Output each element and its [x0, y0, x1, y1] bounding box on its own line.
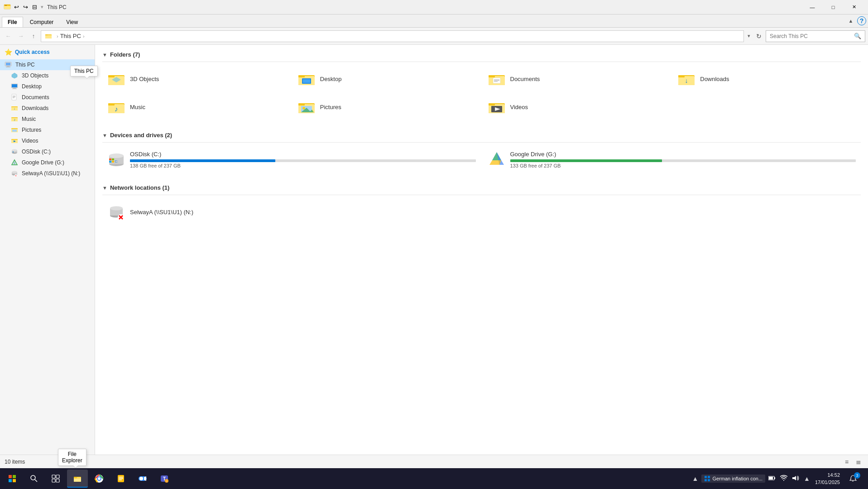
network-chevron[interactable]: ▼ — [102, 185, 107, 191]
sidebar-item-desktop-label: Desktop — [22, 83, 42, 90]
folder-icon-videos — [488, 98, 506, 116]
folders-chevron[interactable]: ▼ — [102, 52, 107, 58]
customize-icon[interactable]: ▾ — [41, 4, 43, 10]
window-controls: — □ ✕ — [802, 0, 864, 14]
clock-date: 17/01/2025 — [815, 479, 840, 486]
svg-rect-84 — [112, 158, 114, 160]
sidebar-item-3d-objects[interactable]: 3D Objects — [0, 70, 95, 81]
svg-text:↓: ↓ — [14, 107, 15, 110]
task-manager-icon — [704, 475, 710, 482]
tab-file[interactable]: File — [2, 17, 23, 27]
svg-rect-127 — [705, 479, 707, 481]
sidebar-item-desktop[interactable]: Desktop — [0, 81, 95, 92]
sidebar-quick-access-header[interactable]: ⭐ Quick access — [0, 47, 95, 58]
sidebar-item-pictures-label: Pictures — [22, 127, 41, 133]
search-input[interactable] — [770, 33, 854, 39]
file-explorer-taskbar-button[interactable] — [67, 470, 88, 488]
taskbar: File Explorer — [0, 468, 868, 489]
details-view-button[interactable]: ≡ — [842, 457, 852, 467]
maximize-button[interactable]: □ — [823, 0, 844, 14]
svg-rect-105 — [52, 479, 55, 482]
task-view-button[interactable] — [45, 470, 66, 488]
addr-end-chevron: › — [83, 34, 85, 39]
battery-icon[interactable] — [767, 475, 777, 482]
ribbon-expand-icon[interactable]: ▲ — [846, 16, 855, 25]
folder-item-documents[interactable]: Documents — [483, 66, 671, 92]
drives-chevron[interactable]: ▼ — [102, 133, 107, 138]
svg-rect-76 — [489, 103, 495, 105]
tab-computer[interactable]: Computer — [24, 17, 60, 27]
up-button[interactable]: ↑ — [28, 31, 39, 42]
task-manager-tray[interactable]: German inflation con... — [701, 475, 765, 483]
folder-item-downloads[interactable]: ↓ Downloads — [672, 66, 861, 92]
sidebar-item-google-drive[interactable]: G Google Drive (G:) — [0, 157, 95, 168]
svg-rect-34 — [13, 151, 14, 152]
svg-rect-99 — [9, 479, 12, 482]
help-button[interactable]: ? — [857, 16, 866, 25]
sidebar-item-videos[interactable]: Videos — [0, 135, 95, 146]
addr-dropdown-button[interactable]: ▾ — [746, 33, 752, 39]
folder-name-documents: Documents — [510, 76, 540, 82]
folder-item-videos[interactable]: Videos — [483, 94, 671, 120]
redo-icon[interactable]: ↪ — [22, 4, 29, 11]
svg-rect-62 — [678, 75, 685, 77]
sidebar-item-google-drive-label: Google Drive (G:) — [22, 159, 64, 166]
search-taskbar-button[interactable] — [24, 470, 44, 488]
svg-rect-14 — [12, 89, 17, 89]
status-view-controls: ≡ ≣ — [842, 457, 863, 467]
tab-view[interactable]: View — [60, 17, 84, 27]
folder-item-music[interactable]: ♪ Music — [102, 94, 291, 120]
drive-item-osdisk[interactable]: C: OSDisk (C:) 138 GB fre — [102, 146, 481, 173]
sidebar-item-documents[interactable]: Documents — [0, 92, 95, 103]
folder-icon-3d — [107, 70, 125, 88]
ribbon: File Computer View ▲ ? — [0, 14, 868, 28]
drive-item-google-drive[interactable]: Google Drive (G:) 133 GB free of 237 GB — [483, 146, 861, 173]
svg-rect-100 — [13, 479, 16, 482]
folder-item-desktop[interactable]: Desktop — [293, 66, 481, 92]
status-item-count: 10 items — [5, 459, 25, 465]
properties-icon[interactable]: ⊟ — [31, 4, 38, 11]
start-button[interactable] — [2, 470, 23, 488]
title-bar: ↩ ↪ ⊟ ▾ This PC — □ ✕ — [0, 0, 868, 14]
teams-taskbar-button[interactable]: T ! — [154, 470, 175, 488]
tray-overflow-button[interactable]: ▲ — [691, 475, 700, 482]
drive-free-google-drive: 133 GB free of 237 GB — [510, 163, 856, 168]
svg-rect-83 — [109, 158, 111, 160]
tray-arrow-icon[interactable]: ▲ — [802, 475, 811, 482]
taskbar-clock[interactable]: 14:52 17/01/2025 — [813, 471, 842, 486]
zoom-taskbar-button[interactable] — [132, 470, 153, 488]
star-icon: ⭐ — [5, 48, 12, 56]
wifi-icon[interactable] — [779, 475, 789, 483]
search-box[interactable]: 🔍 — [766, 30, 865, 42]
notification-center-button[interactable]: 3 — [844, 470, 863, 488]
search-icon[interactable]: 🔍 — [854, 33, 861, 39]
task-manager-label: German inflation con... — [712, 476, 762, 481]
keep-taskbar-button[interactable] — [110, 470, 131, 488]
svg-text:♪: ♪ — [14, 118, 15, 122]
svg-marker-10 — [12, 73, 17, 78]
refresh-button[interactable]: ↻ — [754, 31, 764, 41]
large-icons-button[interactable]: ≣ — [854, 457, 863, 467]
minimize-button[interactable]: — — [802, 0, 823, 14]
sidebar-item-pictures[interactable]: Pictures — [0, 125, 95, 135]
undo-icon[interactable]: ↩ — [13, 4, 20, 11]
sidebar-item-music[interactable]: ♪ Music — [0, 114, 95, 125]
svg-rect-109 — [74, 477, 77, 478]
address-breadcrumb[interactable]: › This PC › — [41, 30, 744, 42]
folder-icon-desktop — [297, 70, 316, 88]
pictures-icon — [11, 126, 18, 134]
chrome-taskbar-button[interactable] — [89, 470, 110, 488]
close-button[interactable]: ✕ — [844, 0, 864, 14]
svg-rect-8 — [7, 66, 10, 67]
sidebar-item-selwaya[interactable]: ✕ SelwayA (\\SU1\U1) (N:) — [0, 168, 95, 179]
network-drive-icon: ✕ — [11, 170, 18, 177]
svg-rect-35 — [13, 152, 14, 153]
sidebar-item-downloads[interactable]: ↓ Downloads — [0, 103, 95, 114]
sidebar-item-osdisk[interactable]: OSDisk (C:) — [0, 146, 95, 157]
folder-item-3d-objects[interactable]: 3D Objects — [102, 66, 291, 92]
volume-icon[interactable] — [791, 475, 801, 483]
folder-item-pictures[interactable]: Pictures — [293, 94, 481, 120]
network-item-selwaya[interactable]: SelwayA (\\SU1\U1) (N:) — [102, 199, 229, 225]
sidebar-item-videos-label: Videos — [22, 138, 38, 144]
sidebar-item-this-pc[interactable]: This PC — [0, 59, 95, 70]
